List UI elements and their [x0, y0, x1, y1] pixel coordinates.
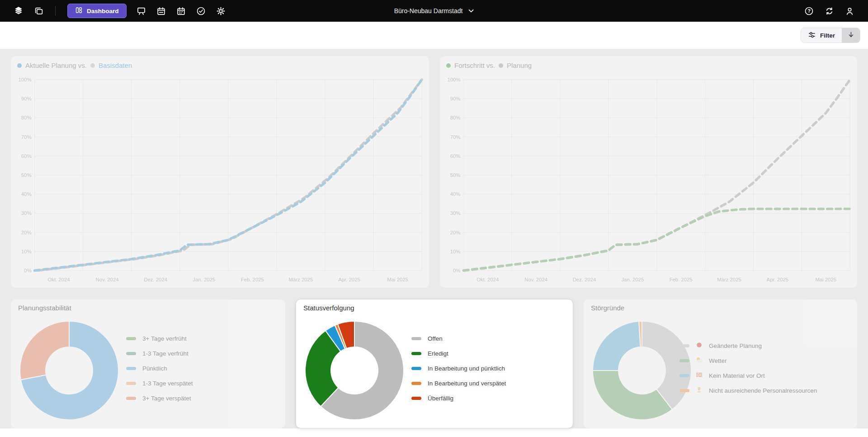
legend-label: 1-3 Tage verspätet [142, 380, 193, 387]
legend-item[interactable]: 3+ Tage verspätet [126, 394, 193, 403]
toolbar: Filter [0, 22, 868, 49]
svg-text:40%: 40% [450, 191, 461, 197]
legend-swatch [679, 389, 689, 392]
legend-swatch [411, 397, 421, 400]
svg-text:Mai 2025: Mai 2025 [387, 277, 408, 282]
donut-chart-planungsstabilitaet [19, 320, 119, 421]
filter-split-button: Filter [801, 28, 860, 43]
bricks-icon [696, 371, 703, 380]
nav-calendar-button[interactable] [174, 3, 189, 19]
legend-label: Offen [428, 335, 443, 342]
legend-swatch [411, 337, 421, 340]
legend-item[interactable]: 1-3 Tage verspätet [126, 379, 193, 388]
legend-item[interactable]: Pünktlich [126, 364, 193, 373]
legend-swatch [126, 367, 136, 370]
arrow-down-icon [847, 31, 855, 40]
svg-text:20%: 20% [21, 230, 32, 235]
nav-tasks-button[interactable] [193, 3, 209, 19]
check-circle-icon [196, 6, 206, 16]
legend-item[interactable]: In Bearbeitung und pünktlich [411, 364, 506, 373]
nav-board-button[interactable] [134, 3, 149, 19]
svg-text:Mai 2025: Mai 2025 [815, 277, 836, 282]
svg-text:90%: 90% [450, 96, 461, 101]
svg-text:Feb. 2025: Feb. 2025 [241, 277, 264, 282]
panel-title: Statusverfolgung [303, 304, 354, 312]
legend-item[interactable]: 3+ Tage verfrüht [126, 334, 193, 343]
series-dot-basisdaten [90, 63, 95, 68]
filter-button[interactable]: Filter [801, 28, 842, 43]
dashboard-grid-icon [75, 6, 83, 15]
svg-text:0%: 0% [453, 268, 460, 273]
legend-swatch [126, 382, 136, 385]
legend-item[interactable]: Geänderte Planung [679, 341, 817, 350]
dashboard-content: Aktuelle Planung vs. Basisdaten 0%10%20%… [0, 49, 868, 428]
svg-text:Okt. 2024: Okt. 2024 [47, 277, 70, 282]
legend-item[interactable]: 1-3 Tage verfrüht [126, 349, 193, 358]
svg-text:0%: 0% [24, 268, 31, 273]
legend-label: Überfällig [428, 395, 453, 402]
legend-label: Pünktlich [142, 365, 167, 372]
nav-settings-button[interactable] [213, 3, 229, 19]
svg-text:50%: 50% [21, 172, 32, 178]
legend-swatch [126, 337, 136, 340]
legend-item[interactable]: Erledigt [411, 349, 506, 358]
legend-item[interactable]: Nicht ausreichende Personalressourcen [679, 386, 817, 395]
filter-expand-button[interactable] [842, 28, 860, 43]
svg-text:Apr. 2025: Apr. 2025 [338, 277, 360, 282]
legend-swatch [411, 367, 421, 370]
panel-title: Störgründe [591, 304, 624, 312]
series-dot-planung [499, 63, 503, 68]
legend-label: 3+ Tage verfrüht [142, 335, 187, 342]
legend-label: Geänderte Planung [709, 342, 762, 349]
legend-statusverfolgung: OffenErledigtIn Bearbeitung und pünktlic… [411, 334, 506, 403]
panel-stoergruende: Störgründe Geänderte PlanungWetterKein M… [584, 299, 857, 428]
svg-text:70%: 70% [450, 134, 461, 140]
legend-label: Kein Material vor Ort [709, 372, 765, 379]
svg-text:Feb. 2025: Feb. 2025 [670, 277, 693, 282]
calendar-agenda-icon [156, 6, 166, 16]
project-name: Büro-Neubau Darmstadt [394, 7, 463, 14]
legend-label: Erledigt [428, 350, 448, 357]
navbar-left-group: Dashboard [11, 3, 229, 19]
presentation-board-icon [137, 6, 146, 16]
legend-item[interactable]: Wetter [679, 356, 817, 365]
chart2-title-primary: Fortschritt vs. [454, 62, 495, 69]
svg-text:Jan. 2025: Jan. 2025 [621, 277, 644, 282]
panel-statusverfolgung: Statusverfolgung OffenErledigtIn Bearbei… [296, 299, 573, 428]
legend-item[interactable]: Überfällig [411, 394, 506, 403]
legend-label: Wetter [709, 357, 727, 364]
donut-chart-statusverfolgung [304, 320, 405, 421]
chart2-title-secondary: Planung [507, 62, 532, 69]
series-dot-fortschritt [446, 63, 451, 68]
svg-text:?: ? [807, 8, 811, 14]
user-button[interactable] [842, 3, 857, 19]
legend-label: In Bearbeitung und pünktlich [428, 365, 505, 372]
legend-item[interactable]: Offen [411, 334, 506, 343]
dashboard-label: Dashboard [87, 8, 119, 14]
nav-dashboard-button[interactable]: Dashboard [67, 4, 127, 18]
project-selector[interactable]: Büro-Neubau Darmstadt [394, 7, 474, 14]
legend-swatch [679, 374, 689, 377]
legend-item[interactable]: In Bearbeitung und verspätet [411, 379, 506, 388]
help-button[interactable]: ? [801, 3, 816, 19]
svg-text:90%: 90% [21, 96, 32, 101]
svg-text:März 2025: März 2025 [289, 277, 313, 282]
app-logo-button[interactable] [11, 3, 26, 19]
nav-schedule-button[interactable] [154, 3, 169, 19]
legend-swatch [679, 344, 689, 347]
refresh-button[interactable] [821, 3, 837, 19]
chart1-title-primary: Aktuelle Planung vs. [25, 62, 87, 69]
projects-button[interactable] [31, 3, 46, 19]
svg-text:70%: 70% [21, 134, 32, 140]
svg-text:Nov. 2024: Nov. 2024 [96, 277, 119, 282]
svg-text:Nov. 2024: Nov. 2024 [524, 277, 547, 282]
chart1-title-secondary[interactable]: Basisdaten [99, 62, 132, 69]
worker-icon [696, 386, 703, 395]
svg-text:Jan. 2025: Jan. 2025 [193, 277, 215, 282]
svg-text:30%: 30% [21, 210, 32, 216]
svg-text:März 2025: März 2025 [717, 277, 741, 282]
line-chart-aktuelle-planung: 0%10%20%30%40%50%60%70%80%90%100%Okt. 20… [14, 71, 425, 288]
legend-item[interactable]: Kein Material vor Ort [679, 371, 817, 380]
layers-icon [14, 6, 24, 16]
legend-swatch [126, 352, 136, 355]
